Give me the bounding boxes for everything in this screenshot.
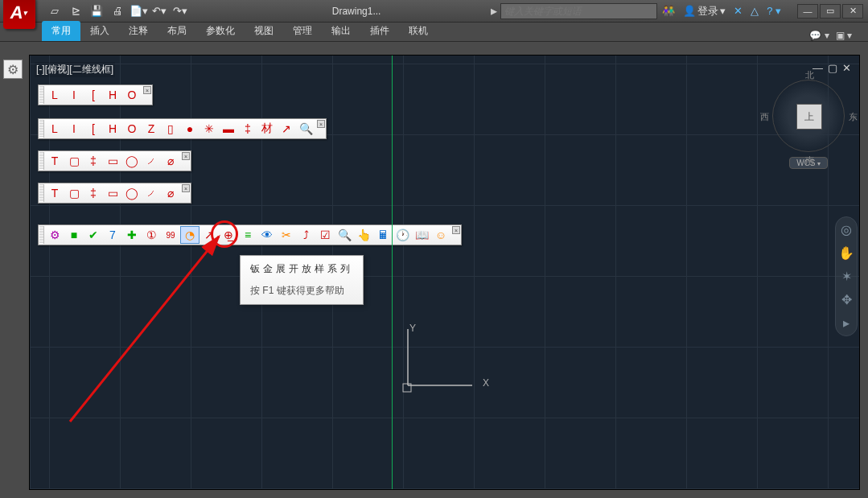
viewcube-south[interactable]: 南 [805,154,814,167]
tb5-btn-5[interactable]: ① [142,226,161,244]
nav-pan-icon[interactable]: ✋ [838,245,854,261]
tb2-btn-1[interactable]: I [64,120,84,138]
tb3-btn-4[interactable]: ◯ [122,152,142,170]
tb5-btn-17[interactable]: 🖩 [373,226,393,244]
tb1-btn-L[interactable]: L [45,86,64,104]
view-cube[interactable]: 上 北 南 西 东 WCS [772,80,845,168]
viewcube-north[interactable]: 北 [805,69,814,81]
tb5-btn-8[interactable]: ↗ [200,226,219,244]
bullet-icon[interactable]: 💬 ▾ [809,30,829,41]
tb3-btn-6[interactable]: ⌀ [161,152,180,170]
tb4-btn-3[interactable]: ▭ [103,184,122,202]
toolbar-close-icon[interactable]: × [182,152,190,160]
tb4-btn-2[interactable]: ‡ [84,184,103,202]
tb2-btn-9[interactable]: ▬ [219,120,238,138]
floating-toolbar-1[interactable]: L I [ H O × [38,84,153,105]
tb1-btn-I[interactable]: I [64,86,84,104]
nav-wheel-icon[interactable]: ◎ [841,222,852,237]
tb4-btn-0[interactable]: T [45,184,64,202]
tab-layout[interactable]: 布局 [158,21,196,41]
toolbar-close-icon[interactable]: × [182,184,190,192]
vp-maximize-icon[interactable]: ▢ [828,62,837,74]
qat-save-icon[interactable]: 💾 [87,2,106,20]
tb3-btn-3[interactable]: ▭ [103,152,122,170]
viewport-label[interactable]: [-][俯视][二维线框] [35,62,115,77]
tb2-btn-2[interactable]: [ [84,120,103,138]
tb5-btn-19[interactable]: 📖 [412,226,431,244]
tab-online[interactable]: 联机 [399,21,438,41]
toolbar-close-icon[interactable]: × [143,86,151,94]
tb5-btn-9[interactable]: ⊕̲ [219,226,238,244]
tab-plugins[interactable]: 插件 [360,21,399,41]
qat-redo-icon[interactable]: ↷▾ [171,2,190,20]
floating-toolbar-2[interactable]: L I [ H O Z ▯ ● ✳ ▬ ‡ 材 ↗ 🔍 × [38,118,327,139]
tb2-btn-6[interactable]: ▯ [161,120,180,138]
tab-annotate[interactable]: 注释 [119,21,158,41]
toolbar-grip[interactable] [39,184,44,202]
tb2-btn-7[interactable]: ● [180,120,200,138]
nav-orbit-icon[interactable]: ✥ [841,292,852,307]
tb5-btn-11[interactable]: 👁 [257,226,277,244]
floating-toolbar-3[interactable]: T ▢ ‡ ▭ ◯ ⟋ ⌀ × [38,150,191,171]
qat-saveas-icon[interactable]: 🖨 [108,2,127,20]
tb2-btn-5[interactable]: Z [142,120,161,138]
tb1-btn-bracket[interactable]: [ [84,86,103,104]
toolbar-close-icon[interactable]: × [317,120,325,128]
tb5-btn-12[interactable]: ✂ [277,226,296,244]
floating-toolbar-5[interactable]: ⚙ ■ ✔ 7 ✚ ① 99 ◔ ↗ ⊕̲ ≡ 👁 ✂ ⤴ ☑ 🔍 👆 🖩 🕐 … [38,224,462,245]
qat-undo-icon[interactable]: ↶▾ [150,2,169,20]
toolbar-grip[interactable] [39,226,44,244]
tb5-btn-14[interactable]: ☑ [315,226,335,244]
help-icon[interactable]: ? ▾ [767,5,781,17]
tb5-btn-4[interactable]: ✚ [122,226,142,244]
infocenter-icon[interactable]: 👫 [662,5,675,17]
tb2-btn-10[interactable]: ‡ [238,120,257,138]
tb5-btn-13[interactable]: ⤴ [296,226,315,244]
toolbar-grip[interactable] [39,152,44,170]
viewcube-west[interactable]: 西 [760,111,769,123]
tb3-btn-0[interactable]: T [45,152,64,170]
tb2-btn-8[interactable]: ✳ [200,120,219,138]
nav-showmotion-icon[interactable]: ▸ [843,315,849,331]
tb5-btn-3[interactable]: 7 [103,226,122,244]
qat-plot-icon[interactable]: 📄▾ [129,2,148,20]
maximize-button[interactable]: ▭ [820,4,841,19]
tb4-btn-5[interactable]: ⟋ [142,184,161,202]
signin-button[interactable]: 👤 登录 ▾ [683,4,726,19]
tb4-btn-6[interactable]: ⌀ [161,184,180,202]
toolbar-close-icon[interactable]: × [452,226,460,234]
tab-parametric[interactable]: 参数化 [196,21,245,41]
floating-toolbar-4[interactable]: T ▢ ‡ ▭ ◯ ⟋ ⌀ × [38,183,191,204]
tb5-btn-15[interactable]: 🔍 [335,226,354,244]
tb3-btn-2[interactable]: ‡ [84,152,103,170]
tb5-btn-2[interactable]: ✔ [84,226,103,244]
tb5-btn-16[interactable]: 👆 [354,226,373,244]
minimize-button[interactable]: — [797,4,818,19]
tb4-btn-4[interactable]: ◯ [122,184,142,202]
tb1-btn-H[interactable]: H [103,86,122,104]
tb2-btn-11[interactable]: 材 [257,120,277,138]
tab-home[interactable]: 常用 [42,21,80,41]
tb5-btn-6[interactable]: 99 [161,226,180,244]
tb4-btn-1[interactable]: ▢ [64,184,84,202]
tb2-btn-13[interactable]: 🔍 [296,120,315,138]
nav-zoom-icon[interactable]: ✶ [841,269,852,284]
tb2-btn-0[interactable]: L [45,120,64,138]
tab-output[interactable]: 输出 [322,21,360,41]
exchange-icon[interactable]: ✕ [734,5,743,17]
toolbar-grip[interactable] [39,86,44,104]
tab-manage[interactable]: 管理 [283,21,322,41]
viewcube-east[interactable]: 东 [849,111,858,123]
tb5-btn-18[interactable]: 🕐 [393,226,412,244]
drawing-canvas[interactable]: /*placeholder*/ [-][俯视][二维线框] — ▢ ✕ L I … [29,55,860,490]
tb1-btn-O[interactable]: O [122,86,142,104]
tb5-btn-sheetmetal[interactable]: ◔ [180,226,200,244]
tb5-btn-0[interactable]: ⚙ [45,226,64,244]
qat-open-icon[interactable]: ⊵ [66,2,85,20]
qat-new-icon[interactable]: ▱ [45,2,64,20]
tab-view[interactable]: 视图 [245,21,283,41]
tb5-btn-10[interactable]: ≡ [238,226,257,244]
search-input[interactable] [500,3,657,19]
customize-gear-icon[interactable]: ⚙ [3,60,23,79]
tab-insert[interactable]: 插入 [80,21,119,41]
